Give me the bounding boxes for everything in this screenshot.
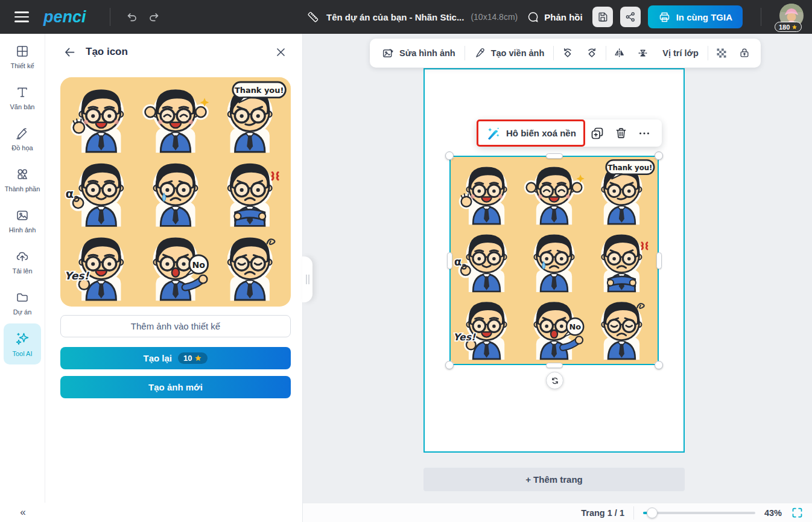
svg-text:Yes!: Yes! <box>453 331 476 343</box>
duplicate-icon <box>590 126 604 141</box>
feedback-button[interactable]: Phản hồi <box>524 7 585 27</box>
add-to-design-button[interactable]: Thêm ảnh vào thiết kế <box>60 315 291 337</box>
rotate-ccw-button[interactable] <box>556 39 580 68</box>
close-icon[interactable] <box>275 46 287 58</box>
divider <box>110 8 110 26</box>
divider <box>553 46 554 60</box>
divider <box>606 46 606 60</box>
selection-handle-bottom[interactable] <box>546 363 563 368</box>
star-icon <box>791 24 798 30</box>
sidebar-item-du-an[interactable]: Dự án <box>4 282 41 323</box>
sidebar-item-thiet-ke[interactable]: Thiết kế <box>4 36 41 77</box>
selected-image: Thank you!αYes!No <box>449 156 659 365</box>
divider <box>708 46 708 60</box>
remove-background-label: Hô biến xoá nền <box>506 128 576 138</box>
layer-position-button[interactable]: Vị trí lớp <box>655 39 705 68</box>
zoom-slider-thumb[interactable] <box>647 508 658 518</box>
undo-button[interactable] <box>121 6 143 28</box>
print-button[interactable]: In cùng TGIA <box>648 5 743 28</box>
folder-icon <box>15 290 30 305</box>
top-bar: penci Tên dự án của bạn - Nhãn Stic... (… <box>0 0 812 34</box>
redo-button[interactable] <box>143 6 165 28</box>
status-bar: Trang 1 / 1 43% <box>303 503 812 522</box>
trash-icon <box>614 126 628 140</box>
fullscreen-icon <box>791 506 804 519</box>
sidebar-item-thanh-phan[interactable]: Thành phần <box>4 159 41 200</box>
remove-background-button[interactable]: Hô biến xoá nền <box>477 119 585 147</box>
edit-image-icon <box>382 47 395 60</box>
selection-handle-top-right[interactable] <box>655 151 663 160</box>
magic-wand-icon <box>486 126 501 141</box>
sidebar-item-van-ban[interactable]: Văn bản <box>4 77 41 118</box>
add-page-button[interactable]: + Thêm trang <box>423 468 685 491</box>
fullscreen-button[interactable] <box>791 506 804 519</box>
regenerate-button[interactable]: Tạo lại 10 <box>60 347 291 369</box>
tool-ai-panel: Tạo icon Thank you!αYes!No Thêm ảnh vào … <box>45 34 303 522</box>
logo-text: penci <box>43 8 86 26</box>
border-pen-icon <box>474 47 486 59</box>
selection-handle-top-left[interactable] <box>445 151 454 160</box>
divider <box>465 46 465 60</box>
shapes-icon <box>15 167 30 182</box>
collapse-sidebar-button[interactable]: « <box>0 503 45 522</box>
image-icon <box>15 208 30 223</box>
sparkles-icon <box>14 331 30 346</box>
rotate-cw-button[interactable] <box>580 39 604 68</box>
lock-button[interactable] <box>733 39 756 68</box>
flip-horizontal-button[interactable] <box>608 39 632 68</box>
avatar[interactable]: 180 <box>779 4 805 30</box>
rotate-handle[interactable] <box>546 372 563 389</box>
create-border-button[interactable]: Tạo viền ảnh <box>467 39 552 68</box>
selection-handle-bottom-left[interactable] <box>445 361 454 369</box>
redo-icon <box>147 10 160 24</box>
svg-text:Thank you!: Thank you! <box>607 164 652 172</box>
cost-badge: 10 <box>178 352 208 364</box>
transparency-icon <box>715 47 728 59</box>
new-image-button[interactable]: Tạo ảnh mới <box>60 376 291 398</box>
app-logo[interactable]: penci <box>42 6 99 28</box>
selection-handle-left[interactable] <box>447 252 452 269</box>
back-icon[interactable] <box>63 46 76 59</box>
chat-bubble-icon <box>527 11 539 24</box>
panel-title: Tạo icon <box>86 46 128 58</box>
edit-image-button[interactable]: Sửa hình ảnh <box>375 39 463 68</box>
ruler-icon <box>306 10 320 24</box>
credits-count: 180 <box>779 24 790 31</box>
selection-handle-right[interactable] <box>656 252 662 269</box>
delete-button[interactable] <box>609 119 633 147</box>
duplicate-button[interactable] <box>585 119 609 147</box>
sidebar-item-do-hoa[interactable]: Đồ họa <box>4 118 41 159</box>
pen-icon <box>15 126 30 141</box>
generated-sticker-preview[interactable]: Thank you!αYes!No <box>60 77 291 307</box>
transparency-button[interactable] <box>710 39 733 68</box>
svg-text:No: No <box>192 260 205 270</box>
panel-collapse-handle[interactable] <box>302 256 312 302</box>
share-icon <box>624 11 636 23</box>
sidebar-rail: Thiết kế Văn bản Đồ họa Thành phần Hình … <box>0 34 45 522</box>
sidebar-item-tai-len[interactable]: Tải lên <box>4 241 41 282</box>
more-options-button[interactable] <box>633 119 656 147</box>
sidebar-item-tool-ai[interactable]: Tool AI <box>4 323 41 364</box>
page-indicator: Trang 1 / 1 <box>581 508 624 518</box>
more-icon <box>638 127 651 140</box>
svg-text:α: α <box>454 255 462 268</box>
selection-handle-bottom-right[interactable] <box>655 361 663 369</box>
zoom-slider[interactable] <box>643 508 755 518</box>
object-context-bar: Hô biến xoá nền <box>477 119 662 147</box>
share-button[interactable] <box>620 7 641 27</box>
canvas-area: Sửa hình ảnh Tạo viền ảnh Vị trí lớp <box>303 34 812 503</box>
menu-icon[interactable] <box>14 11 29 22</box>
undo-icon <box>125 10 139 24</box>
divider <box>633 506 634 520</box>
rotate-cw-icon <box>585 46 598 60</box>
text-icon <box>15 85 30 100</box>
sidebar-item-hinh-anh[interactable]: Hình ảnh <box>4 200 41 241</box>
project-title[interactable]: Tên dự án của bạn - Nhãn Stic... <box>326 12 464 22</box>
selection-handle-top[interactable] <box>546 153 563 159</box>
print-label: In cùng TGIA <box>676 12 732 22</box>
star-icon <box>194 354 202 362</box>
rotate-ccw-icon <box>561 46 574 60</box>
flip-vertical-button[interactable] <box>632 39 655 68</box>
save-button[interactable] <box>592 7 613 27</box>
sticker-image[interactable]: Thank you!αYes!No <box>449 156 659 365</box>
